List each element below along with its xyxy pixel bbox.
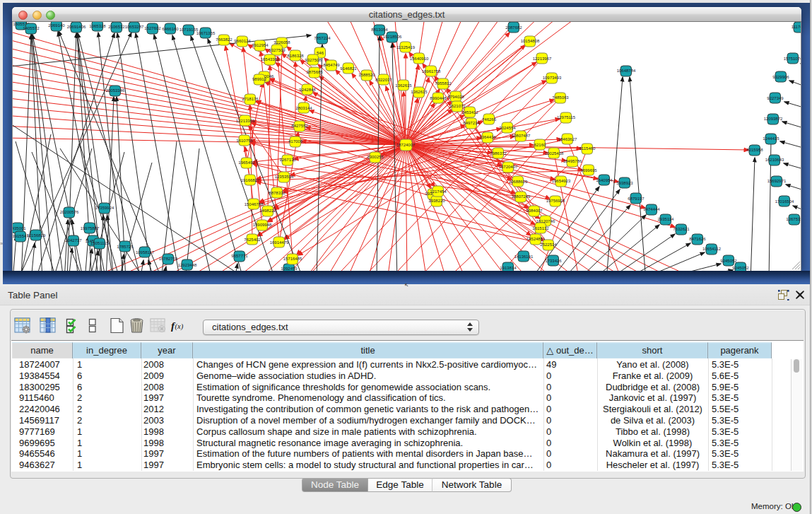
- svg-text:1405572: 1405572: [23, 26, 40, 30]
- svg-text:2300255: 2300255: [367, 155, 384, 159]
- svg-text:18807249: 18807249: [512, 194, 531, 199]
- svg-text:10688609: 10688609: [509, 180, 528, 184]
- svg-text:1267533: 1267533: [786, 217, 801, 221]
- svg-text:8186328: 8186328: [287, 54, 304, 58]
- svg-text:(x): (x): [175, 322, 184, 331]
- svg-text:9227349: 9227349: [767, 96, 784, 100]
- svg-text:6497214: 6497214: [463, 121, 480, 125]
- svg-text:18463627: 18463627: [558, 137, 577, 141]
- svg-text:3267130: 3267130: [279, 158, 296, 162]
- svg-text:5938923: 5938923: [616, 181, 633, 185]
- svg-text:9327508: 9327508: [305, 58, 322, 62]
- svg-text:1913814: 1913814: [500, 266, 517, 270]
- svg-text:20200576: 20200576: [60, 210, 79, 214]
- svg-text:14136141: 14136141: [514, 255, 534, 259]
- svg-text:3912954: 3912954: [252, 43, 269, 47]
- svg-text:15046788: 15046788: [245, 202, 264, 206]
- svg-text:546: 546: [317, 51, 324, 55]
- svg-text:9660124: 9660124: [234, 39, 251, 43]
- svg-text:9115460: 9115460: [579, 146, 596, 151]
- svg-text:1362615: 1362615: [411, 90, 428, 94]
- svg-text:2803144: 2803144: [295, 106, 312, 110]
- svg-text:2069140: 2069140: [48, 23, 65, 28]
- svg-text:1498222: 1498222: [259, 209, 276, 213]
- svg-text:10648784: 10648784: [617, 69, 636, 73]
- svg-text:17359924: 17359924: [95, 206, 114, 210]
- svg-text:9245052: 9245052: [732, 266, 749, 270]
- svg-text:9474444: 9474444: [643, 207, 660, 211]
- svg-text:19166827: 19166827: [241, 178, 260, 182]
- svg-text:1117493: 1117493: [792, 25, 801, 29]
- svg-text:10154808: 10154808: [521, 39, 540, 43]
- svg-text:1733426: 1733426: [545, 259, 562, 263]
- svg-text:8471626: 8471626: [689, 237, 706, 241]
- svg-text:11325419: 11325419: [396, 45, 416, 49]
- svg-text:16961758: 16961758: [422, 69, 441, 74]
- svg-text:19756928: 19756928: [546, 199, 565, 203]
- svg-text:12975115: 12975115: [557, 115, 576, 119]
- svg-text:2935114: 2935114: [658, 217, 675, 221]
- svg-text:12213369: 12213369: [236, 119, 255, 123]
- svg-text:989912: 989912: [252, 77, 267, 81]
- svg-text:19218506: 19218506: [383, 35, 402, 39]
- svg-text:62160: 62160: [534, 143, 546, 147]
- svg-text:8813054: 8813054: [371, 28, 388, 32]
- svg-text:9329906: 9329906: [772, 75, 789, 79]
- svg-text:9146821: 9146821: [340, 66, 357, 71]
- svg-text:16210643: 16210643: [765, 158, 784, 162]
- svg-text:1615132: 1615132: [532, 226, 549, 230]
- svg-text:1785725: 1785725: [117, 245, 134, 249]
- svg-text:9657771: 9657771: [231, 254, 248, 258]
- svg-text:15720407: 15720407: [499, 165, 518, 169]
- svg-text:1640954: 1640954: [596, 178, 613, 182]
- svg-text:7632621: 7632621: [673, 227, 690, 231]
- svg-text:1217454: 1217454: [430, 189, 447, 194]
- svg-text:746266: 746266: [482, 117, 497, 122]
- svg-text:16914479: 16914479: [270, 240, 289, 245]
- svg-text:7857224: 7857224: [314, 36, 331, 40]
- svg-text:3226058: 3226058: [273, 40, 290, 45]
- svg-text:14524851: 14524851: [526, 237, 546, 241]
- svg-text:1065328: 1065328: [89, 24, 106, 28]
- svg-text:18724007: 18724007: [396, 143, 416, 147]
- svg-text:3875685: 3875685: [306, 70, 323, 74]
- svg-text:9327509: 9327509: [269, 48, 286, 52]
- svg-text:7955812: 7955812: [435, 81, 452, 86]
- svg-text:8878332: 8878332: [269, 191, 286, 195]
- svg-text:12156829: 12156829: [27, 233, 46, 238]
- svg-text:9242848: 9242848: [299, 88, 316, 92]
- svg-text:10025438: 10025438: [545, 151, 564, 156]
- svg-text:20691406: 20691406: [67, 25, 86, 29]
- svg-text:1453412: 1453412: [461, 110, 478, 115]
- svg-text:16543362: 16543362: [261, 57, 280, 62]
- svg-text:12923448: 12923448: [178, 263, 197, 267]
- svg-text:15716485: 15716485: [283, 257, 302, 261]
- svg-text:19654923: 19654923: [552, 179, 571, 183]
- svg-text:10671355: 10671355: [196, 31, 216, 35]
- svg-text:15909948: 15909948: [253, 223, 272, 227]
- svg-text:19975887: 19975887: [81, 226, 100, 230]
- svg-text:15692971: 15692971: [767, 179, 787, 183]
- svg-text:9245052: 9245052: [720, 259, 737, 263]
- svg-text:7663822: 7663822: [216, 37, 233, 42]
- svg-text:417006: 417006: [288, 139, 303, 144]
- svg-text:16782759: 16782759: [159, 257, 178, 261]
- svg-text:1244415: 1244415: [763, 136, 779, 141]
- svg-text:6466160: 6466160: [162, 27, 179, 31]
- svg-text:1610755: 1610755: [236, 139, 253, 143]
- svg-text:12213967: 12213967: [533, 57, 552, 61]
- svg-text:18495786: 18495786: [563, 159, 582, 163]
- svg-text:9699695: 9699695: [580, 168, 597, 173]
- svg-text:15751074: 15751074: [784, 57, 801, 61]
- svg-text:10958117: 10958117: [136, 250, 155, 255]
- svg-text:1965492: 1965492: [238, 160, 255, 165]
- svg-text:6879197: 6879197: [628, 197, 645, 201]
- svg-text:2522514: 2522514: [540, 243, 557, 247]
- svg-text:10654112: 10654112: [702, 247, 722, 251]
- svg-text:8990448: 8990448: [430, 96, 447, 100]
- svg-text:7986372: 7986372: [490, 151, 507, 156]
- svg-text:1364436: 1364436: [479, 135, 496, 139]
- svg-text:7485063: 7485063: [552, 95, 569, 100]
- svg-text:2106532: 2106532: [108, 25, 125, 29]
- svg-text:20053346: 20053346: [106, 88, 125, 93]
